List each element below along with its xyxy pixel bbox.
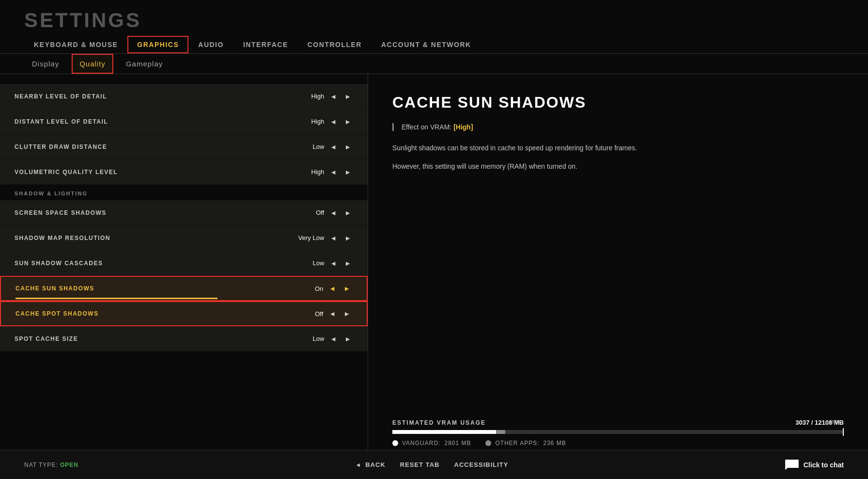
cache-spot-shadows-prev[interactable]: [327, 309, 338, 319]
shadow-map-res-prev[interactable]: [328, 233, 339, 243]
setting-shadow-map-res[interactable]: SHADOW MAP RESOLUTION Very Low: [0, 225, 368, 251]
vram-bar-other: [496, 430, 505, 434]
bottom-left: NAT TYPE: OPEN: [24, 462, 78, 468]
back-arrow-icon: ◄: [355, 462, 361, 468]
info-panel: CACHE SUN SHADOWS Effect on VRAM: [High]…: [368, 74, 868, 476]
bottom-buttons: ◄ BACK RESET TAB ACCESSIBILITY: [355, 461, 508, 468]
nav-controller[interactable]: CONTROLLER: [298, 36, 372, 53]
vram-section: ESTIMATED VRAM USAGE 3037 / 12108 MB MAX: [392, 419, 844, 447]
tab-quality[interactable]: Quality: [72, 54, 113, 74]
vram-effect-block: Effect on VRAM: [High]: [392, 123, 844, 131]
setting-screen-space-shadows[interactable]: SCREEN SPACE SHADOWS Off: [0, 200, 368, 225]
distant-lod-next[interactable]: [342, 117, 353, 127]
back-button[interactable]: ◄ BACK: [355, 461, 385, 468]
setting-screen-space-shadows-control: Off: [285, 208, 353, 218]
setting-nearby-lod-control: High: [285, 92, 353, 101]
spot-cache-size-prev[interactable]: [328, 334, 339, 344]
vram-legend: VANGUARD: 2801 MB OTHER APPS: 236 MB: [392, 440, 844, 447]
nearby-lod-next[interactable]: [342, 92, 353, 101]
cache-sun-shadows-prev[interactable]: ◄: [327, 284, 338, 293]
setting-cache-spot-shadows-control: Off: [284, 309, 352, 319]
setting-volumetric-quality[interactable]: VOLUMETRIC QUALITY LEVEL High: [0, 160, 368, 185]
info-description: Sunlight shadows can be stored in cache …: [392, 143, 731, 173]
setting-sun-shadow-cascades[interactable]: SUN SHADOW CASCADES Low: [0, 251, 368, 276]
chat-icon: [785, 460, 799, 470]
sun-shadow-cascades-next[interactable]: [342, 258, 353, 268]
nav-graphics[interactable]: GRAPHICS: [127, 36, 188, 53]
spot-cache-size-next[interactable]: [342, 334, 353, 344]
bottom-bar: NAT TYPE: OPEN ◄ BACK RESET TAB ACCESSIB…: [0, 450, 868, 479]
vram-header: ESTIMATED VRAM USAGE 3037 / 12108 MB: [392, 419, 844, 426]
tab-gameplay[interactable]: Gameplay: [118, 54, 170, 74]
cache-sun-shadows-progress: [16, 298, 352, 299]
nav-audio[interactable]: AUDIO: [188, 36, 233, 53]
setting-cache-sun-shadows[interactable]: CACHE SUN SHADOWS On ◄ ►: [0, 276, 368, 301]
other-apps-dot: [485, 440, 491, 446]
setting-nearby-lod[interactable]: NEARBY LEVEL OF DETAIL High: [0, 84, 368, 109]
setting-spot-cache-size[interactable]: SPOT CACHE SIZE Low: [0, 326, 368, 351]
settings-list: NEARBY LEVEL OF DETAIL High DISTANT LEVE…: [0, 74, 368, 476]
setting-cache-spot-shadows[interactable]: CACHE SPOT SHADOWS Off: [0, 301, 368, 326]
vram-bar-max-marker: MAX: [843, 428, 844, 436]
vram-legend-other: OTHER APPS: 236 MB: [485, 440, 566, 447]
distant-lod-prev[interactable]: [328, 117, 339, 127]
volumetric-quality-prev[interactable]: [328, 167, 339, 177]
accessibility-button[interactable]: ACCESSIBILITY: [454, 461, 509, 468]
vram-bar-vanguard: [392, 430, 496, 434]
nav-interface[interactable]: INTERFACE: [233, 36, 298, 53]
cache-spot-shadows-next[interactable]: [341, 309, 352, 319]
setting-clutter-draw-control: Low: [285, 142, 353, 152]
setting-shadow-map-res-control: Very Low: [285, 233, 353, 243]
vanguard-dot: [392, 440, 398, 446]
setting-volumetric-quality-control: High: [285, 167, 353, 177]
tab-display[interactable]: Display: [24, 54, 67, 74]
setting-distant-lod-control: High: [285, 117, 353, 127]
setting-cache-sun-shadows-control: On ◄ ►: [284, 284, 352, 293]
nat-type: NAT TYPE: OPEN: [24, 462, 78, 468]
main-content: NEARBY LEVEL OF DETAIL High DISTANT LEVE…: [0, 74, 868, 476]
nav-account-network[interactable]: ACCOUNT & NETWORK: [372, 36, 481, 53]
setting-spot-cache-size-control: Low: [285, 334, 353, 344]
setting-distant-lod[interactable]: DISTANT LEVEL OF DETAIL High: [0, 109, 368, 134]
settings-title: SETTINGS: [0, 0, 868, 32]
setting-sun-shadow-cascades-control: Low: [285, 258, 353, 268]
chat-button[interactable]: Click to chat: [785, 460, 844, 470]
cache-sun-shadows-next[interactable]: ►: [341, 284, 352, 293]
sun-shadow-cascades-prev[interactable]: [328, 258, 339, 268]
volumetric-quality-next[interactable]: [342, 167, 353, 177]
shadow-lighting-section-label: SHADOW & LIGHTING: [0, 185, 368, 200]
reset-tab-button[interactable]: RESET TAB: [400, 461, 440, 468]
screen-space-shadows-prev[interactable]: [328, 208, 339, 218]
nav-keyboard-mouse[interactable]: KEYBOARD & MOUSE: [24, 36, 127, 53]
vram-bar: MAX: [392, 430, 844, 434]
vram-legend-vanguard: VANGUARD: 2801 MB: [392, 440, 471, 447]
top-navigation: KEYBOARD & MOUSE GRAPHICS AUDIO INTERFAC…: [0, 32, 868, 54]
screen-space-shadows-next[interactable]: [342, 208, 353, 218]
clutter-draw-prev[interactable]: [328, 142, 339, 152]
setting-clutter-draw[interactable]: CLUTTER DRAW DISTANCE Low: [0, 134, 368, 160]
info-title: CACHE SUN SHADOWS: [392, 94, 844, 112]
clutter-draw-next[interactable]: [342, 142, 353, 152]
nearby-lod-prev[interactable]: [328, 92, 339, 101]
sub-navigation: Display Quality Gameplay: [0, 54, 868, 74]
shadow-map-res-next[interactable]: [342, 233, 353, 243]
